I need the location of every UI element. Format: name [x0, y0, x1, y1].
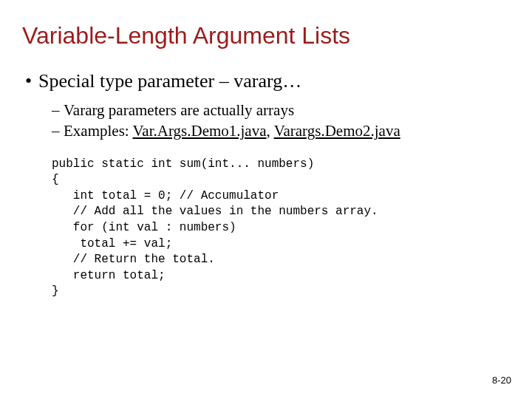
page-number: 8-20 [492, 375, 511, 386]
example-link-2[interactable]: Varargs.Demo2.java [274, 122, 400, 140]
slide-title: Variable-Length Argument Lists [22, 22, 510, 50]
bullet-level1: •Special type parameter – vararg… [25, 70, 510, 92]
bullet-level2-item: –Examples: Var.Args.Demo1.java, Varargs.… [52, 120, 510, 141]
bullet-level1-text: Special type parameter – vararg… [38, 70, 301, 92]
slide: Variable-Length Argument Lists •Special … [0, 0, 532, 399]
bullet-level2-text: Vararg parameters are actually arrays [64, 101, 294, 119]
examples-prefix: Examples: [64, 122, 133, 140]
bullet-dash: – [52, 100, 64, 120]
bullet-level2-item: –Vararg parameters are actually arrays [52, 100, 510, 120]
bullet-dash: – [52, 120, 64, 141]
examples-separator: , [267, 122, 274, 140]
code-block: public static int sum(int... numbers) { … [52, 157, 510, 300]
example-link-1[interactable]: Var.Args.Demo1.java [133, 122, 267, 140]
bullet-dot: • [25, 70, 38, 92]
